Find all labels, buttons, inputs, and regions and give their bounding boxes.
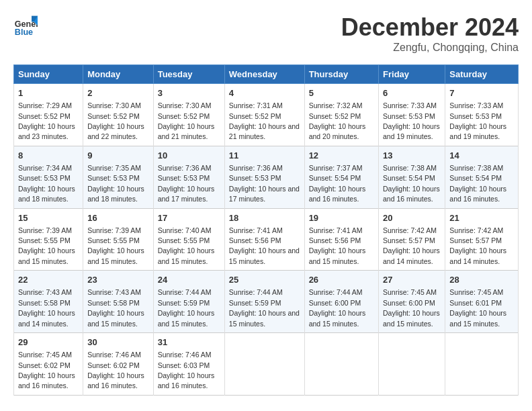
day-number: 16: [87, 212, 149, 224]
calendar-day-cell: 6Sunrise: 7:33 AMSunset: 5:53 PMDaylight…: [379, 84, 445, 146]
calendar-day-cell: [224, 333, 304, 396]
calendar-week-row: 8Sunrise: 7:34 AMSunset: 5:53 PMDaylight…: [14, 146, 519, 208]
day-header: Wednesday: [224, 65, 304, 84]
sunrise-time: Sunrise: 7:31 AMSunset: 5:52 PMDaylight:…: [229, 101, 300, 140]
day-header: Sunday: [14, 65, 83, 84]
sunrise-time: Sunrise: 7:41 AMSunset: 5:56 PMDaylight:…: [309, 226, 366, 265]
calendar-day-cell: 5Sunrise: 7:32 AMSunset: 5:52 PMDaylight…: [304, 84, 378, 146]
calendar-day-cell: 31Sunrise: 7:46 AMSunset: 6:03 PMDayligh…: [153, 333, 224, 396]
month-title: December 2024: [341, 13, 519, 42]
calendar-day-cell: 28Sunrise: 7:45 AMSunset: 6:01 PMDayligh…: [445, 271, 519, 333]
sunrise-time: Sunrise: 7:42 AMSunset: 5:57 PMDaylight:…: [383, 226, 440, 265]
day-header: Thursday: [304, 65, 378, 84]
day-number: 30: [87, 336, 149, 349]
day-number: 11: [229, 150, 300, 162]
page-header: General Blue December 2024 Zengfu, Chong…: [13, 13, 519, 54]
day-number: 23: [87, 274, 149, 286]
day-number: 25: [229, 274, 300, 286]
sunrise-time: Sunrise: 7:46 AMSunset: 6:03 PMDaylight:…: [158, 351, 215, 390]
day-header: Tuesday: [153, 65, 224, 84]
calendar-day-cell: 12Sunrise: 7:37 AMSunset: 5:54 PMDayligh…: [304, 146, 378, 208]
calendar-day-cell: 1Sunrise: 7:29 AMSunset: 5:52 PMDaylight…: [14, 84, 83, 146]
sunrise-time: Sunrise: 7:34 AMSunset: 5:53 PMDaylight:…: [18, 164, 75, 203]
sunrise-time: Sunrise: 7:41 AMSunset: 5:56 PMDaylight:…: [229, 226, 300, 265]
day-number: 15: [18, 212, 79, 224]
sunrise-time: Sunrise: 7:35 AMSunset: 5:53 PMDaylight:…: [87, 164, 144, 203]
calendar-week-row: 1Sunrise: 7:29 AMSunset: 5:52 PMDaylight…: [14, 84, 519, 146]
calendar-day-cell: 3Sunrise: 7:30 AMSunset: 5:52 PMDaylight…: [153, 84, 224, 146]
sunrise-time: Sunrise: 7:42 AMSunset: 5:57 PMDaylight:…: [449, 226, 506, 265]
sunrise-time: Sunrise: 7:30 AMSunset: 5:52 PMDaylight:…: [87, 101, 144, 140]
sunrise-time: Sunrise: 7:45 AMSunset: 6:02 PMDaylight:…: [18, 351, 75, 390]
day-number: 17: [158, 212, 220, 224]
calendar-day-cell: 10Sunrise: 7:36 AMSunset: 5:53 PMDayligh…: [153, 146, 224, 208]
calendar-day-cell: 27Sunrise: 7:45 AMSunset: 6:00 PMDayligh…: [379, 271, 445, 333]
svg-text:Blue: Blue: [15, 28, 33, 37]
calendar-day-cell: 13Sunrise: 7:38 AMSunset: 5:54 PMDayligh…: [379, 146, 445, 208]
day-number: 9: [87, 150, 149, 162]
calendar-week-row: 29Sunrise: 7:45 AMSunset: 6:02 PMDayligh…: [14, 333, 519, 396]
location-title: Zengfu, Chongqing, China: [341, 42, 519, 54]
day-number: 31: [158, 336, 220, 349]
calendar-day-cell: [379, 333, 445, 396]
calendar-day-cell: 30Sunrise: 7:46 AMSunset: 6:02 PMDayligh…: [83, 333, 154, 396]
logo: General Blue: [13, 13, 38, 38]
day-number: 19: [309, 212, 374, 224]
calendar-day-cell: [304, 333, 378, 396]
day-number: 18: [229, 212, 300, 224]
sunrise-time: Sunrise: 7:43 AMSunset: 5:58 PMDaylight:…: [87, 288, 144, 327]
day-number: 29: [18, 336, 79, 349]
calendar-day-cell: 7Sunrise: 7:33 AMSunset: 5:53 PMDaylight…: [445, 84, 519, 146]
title-section: December 2024 Zengfu, Chongqing, China: [341, 13, 519, 54]
calendar-day-cell: 15Sunrise: 7:39 AMSunset: 5:55 PMDayligh…: [14, 208, 83, 271]
calendar-day-cell: [445, 333, 519, 396]
day-number: 4: [229, 87, 300, 99]
sunrise-time: Sunrise: 7:44 AMSunset: 6:00 PMDaylight:…: [309, 288, 366, 327]
day-number: 6: [383, 87, 441, 99]
day-number: 8: [18, 150, 79, 162]
day-number: 2: [87, 87, 149, 99]
calendar-day-cell: 22Sunrise: 7:43 AMSunset: 5:58 PMDayligh…: [14, 271, 83, 333]
day-number: 1: [18, 87, 79, 99]
sunrise-time: Sunrise: 7:43 AMSunset: 5:58 PMDaylight:…: [18, 288, 75, 327]
calendar-body: 1Sunrise: 7:29 AMSunset: 5:52 PMDaylight…: [14, 84, 519, 396]
day-number: 22: [18, 274, 79, 286]
logo-icon: General Blue: [13, 13, 38, 38]
sunrise-time: Sunrise: 7:40 AMSunset: 5:55 PMDaylight:…: [158, 226, 215, 265]
sunrise-time: Sunrise: 7:38 AMSunset: 5:54 PMDaylight:…: [449, 164, 506, 203]
day-number: 24: [158, 274, 220, 286]
sunrise-time: Sunrise: 7:37 AMSunset: 5:54 PMDaylight:…: [309, 164, 366, 203]
day-header: Monday: [83, 65, 154, 84]
calendar-day-cell: 26Sunrise: 7:44 AMSunset: 6:00 PMDayligh…: [304, 271, 378, 333]
day-header: Saturday: [445, 65, 519, 84]
calendar-day-cell: 29Sunrise: 7:45 AMSunset: 6:02 PMDayligh…: [14, 333, 83, 396]
calendar-day-cell: 2Sunrise: 7:30 AMSunset: 5:52 PMDaylight…: [83, 84, 154, 146]
calendar-day-cell: 20Sunrise: 7:42 AMSunset: 5:57 PMDayligh…: [379, 208, 445, 271]
sunrise-time: Sunrise: 7:30 AMSunset: 5:52 PMDaylight:…: [158, 101, 215, 140]
calendar-day-cell: 18Sunrise: 7:41 AMSunset: 5:56 PMDayligh…: [224, 208, 304, 271]
day-number: 26: [309, 274, 374, 286]
sunrise-time: Sunrise: 7:33 AMSunset: 5:53 PMDaylight:…: [449, 101, 506, 140]
calendar-week-row: 22Sunrise: 7:43 AMSunset: 5:58 PMDayligh…: [14, 271, 519, 333]
calendar-day-cell: 9Sunrise: 7:35 AMSunset: 5:53 PMDaylight…: [83, 146, 154, 208]
day-number: 10: [158, 150, 220, 162]
calendar-day-cell: 19Sunrise: 7:41 AMSunset: 5:56 PMDayligh…: [304, 208, 378, 271]
day-number: 14: [449, 150, 514, 162]
sunrise-time: Sunrise: 7:33 AMSunset: 5:53 PMDaylight:…: [383, 101, 440, 140]
sunrise-time: Sunrise: 7:46 AMSunset: 6:02 PMDaylight:…: [87, 351, 144, 390]
calendar-week-row: 15Sunrise: 7:39 AMSunset: 5:55 PMDayligh…: [14, 208, 519, 271]
calendar-header-row: SundayMondayTuesdayWednesdayThursdayFrid…: [14, 65, 519, 84]
day-number: 13: [383, 150, 441, 162]
day-number: 5: [309, 87, 374, 99]
sunrise-time: Sunrise: 7:32 AMSunset: 5:52 PMDaylight:…: [309, 101, 366, 140]
sunrise-time: Sunrise: 7:36 AMSunset: 5:53 PMDaylight:…: [229, 164, 300, 203]
day-number: 21: [449, 212, 514, 224]
day-header: Friday: [379, 65, 445, 84]
day-number: 27: [383, 274, 441, 286]
calendar-day-cell: 24Sunrise: 7:44 AMSunset: 5:59 PMDayligh…: [153, 271, 224, 333]
day-number: 12: [309, 150, 374, 162]
calendar-day-cell: 4Sunrise: 7:31 AMSunset: 5:52 PMDaylight…: [224, 84, 304, 146]
calendar-table: SundayMondayTuesdayWednesdayThursdayFrid…: [13, 64, 519, 396]
calendar-day-cell: 21Sunrise: 7:42 AMSunset: 5:57 PMDayligh…: [445, 208, 519, 271]
calendar-day-cell: 17Sunrise: 7:40 AMSunset: 5:55 PMDayligh…: [153, 208, 224, 271]
